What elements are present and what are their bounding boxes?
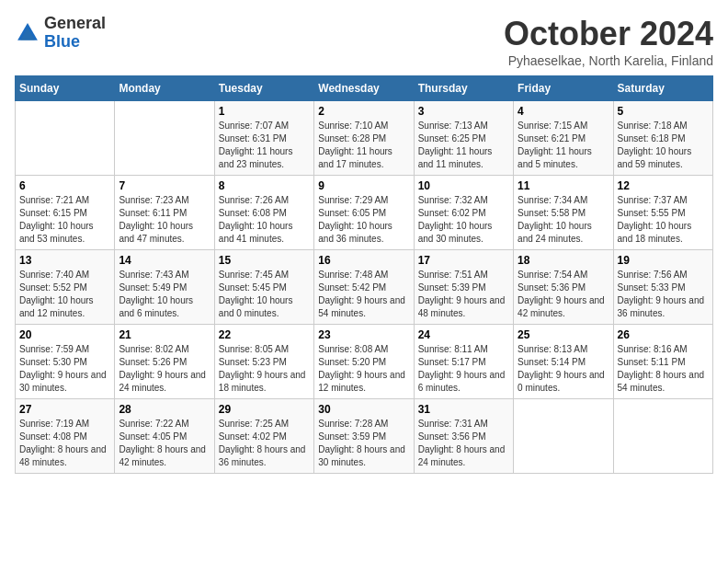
calendar-cell: 30Sunrise: 7:28 AM Sunset: 3:59 PM Dayli… [314,399,414,474]
calendar-cell: 2Sunrise: 7:10 AM Sunset: 6:28 PM Daylig… [314,101,414,176]
day-detail: Sunrise: 7:45 AM Sunset: 5:45 PM Dayligh… [219,269,310,320]
week-row: 27Sunrise: 7:19 AM Sunset: 4:08 PM Dayli… [16,399,713,474]
day-detail: Sunrise: 7:56 AM Sunset: 5:33 PM Dayligh… [618,269,709,320]
calendar-cell [613,399,712,474]
header-sunday: Sunday [16,76,115,101]
day-number: 22 [219,328,310,341]
day-detail: Sunrise: 8:08 AM Sunset: 5:20 PM Dayligh… [318,343,409,395]
calendar-cell: 15Sunrise: 7:45 AM Sunset: 5:45 PM Dayli… [214,250,313,325]
calendar-cell: 4Sunrise: 7:15 AM Sunset: 6:21 PM Daylig… [514,101,613,176]
day-detail: Sunrise: 7:19 AM Sunset: 4:08 PM Dayligh… [19,418,110,469]
calendar-table: SundayMondayTuesdayWednesdayThursdayFrid… [15,75,713,474]
day-number: 15 [219,254,310,267]
day-number: 28 [119,403,210,416]
day-detail: Sunrise: 7:21 AM Sunset: 6:15 PM Dayligh… [19,194,110,246]
day-detail: Sunrise: 7:34 AM Sunset: 5:58 PM Dayligh… [518,194,609,246]
calendar-cell: 28Sunrise: 7:22 AM Sunset: 4:05 PM Dayli… [115,399,214,474]
calendar-cell: 29Sunrise: 7:25 AM Sunset: 4:02 PM Dayli… [214,399,313,474]
day-detail: Sunrise: 7:25 AM Sunset: 4:02 PM Dayligh… [219,418,310,469]
day-number: 27 [19,403,110,416]
calendar-cell: 31Sunrise: 7:31 AM Sunset: 3:56 PM Dayli… [414,399,513,474]
day-number: 12 [618,179,709,192]
calendar-cell: 24Sunrise: 8:11 AM Sunset: 5:17 PM Dayli… [414,325,513,399]
calendar-body: 1Sunrise: 7:07 AM Sunset: 6:31 PM Daylig… [16,101,713,474]
calendar-cell: 11Sunrise: 7:34 AM Sunset: 5:58 PM Dayli… [514,176,613,250]
day-number: 8 [219,179,310,192]
day-number: 25 [518,328,609,341]
day-detail: Sunrise: 8:02 AM Sunset: 5:26 PM Dayligh… [119,343,210,395]
calendar-cell: 25Sunrise: 8:13 AM Sunset: 5:14 PM Dayli… [514,325,613,399]
title-location: Pyhaeselkae, North Karelia, Finland [504,53,713,68]
calendar-cell: 10Sunrise: 7:32 AM Sunset: 6:02 PM Dayli… [414,176,513,250]
calendar-cell: 21Sunrise: 8:02 AM Sunset: 5:26 PM Dayli… [115,325,214,399]
day-number: 26 [618,328,709,341]
day-detail: Sunrise: 7:51 AM Sunset: 5:39 PM Dayligh… [418,269,509,320]
header-monday: Monday [115,76,214,101]
calendar-cell: 1Sunrise: 7:07 AM Sunset: 6:31 PM Daylig… [214,101,313,176]
day-detail: Sunrise: 8:05 AM Sunset: 5:23 PM Dayligh… [219,343,310,395]
day-number: 5 [618,105,709,118]
logo: General Blue [15,15,106,52]
calendar-cell: 20Sunrise: 7:59 AM Sunset: 5:30 PM Dayli… [16,325,115,399]
header-thursday: Thursday [414,76,513,101]
header-row: SundayMondayTuesdayWednesdayThursdayFrid… [16,76,713,101]
calendar-cell: 18Sunrise: 7:54 AM Sunset: 5:36 PM Dayli… [514,250,613,325]
day-detail: Sunrise: 7:28 AM Sunset: 3:59 PM Dayligh… [318,418,409,469]
calendar-cell: 3Sunrise: 7:13 AM Sunset: 6:25 PM Daylig… [414,101,513,176]
day-number: 21 [119,328,210,341]
week-row: 1Sunrise: 7:07 AM Sunset: 6:31 PM Daylig… [16,101,713,176]
calendar-cell: 22Sunrise: 8:05 AM Sunset: 5:23 PM Dayli… [214,325,313,399]
day-number: 23 [318,328,409,341]
day-number: 14 [119,254,210,267]
day-detail: Sunrise: 7:29 AM Sunset: 6:05 PM Dayligh… [318,194,409,246]
header-friday: Friday [514,76,613,101]
day-detail: Sunrise: 7:37 AM Sunset: 5:55 PM Dayligh… [618,194,709,246]
calendar-cell: 9Sunrise: 7:29 AM Sunset: 6:05 PM Daylig… [314,176,414,250]
day-detail: Sunrise: 7:23 AM Sunset: 6:11 PM Dayligh… [119,194,210,246]
calendar-cell: 7Sunrise: 7:23 AM Sunset: 6:11 PM Daylig… [115,176,214,250]
day-number: 9 [318,179,409,192]
day-detail: Sunrise: 8:16 AM Sunset: 5:11 PM Dayligh… [618,343,709,395]
day-number: 18 [518,254,609,267]
calendar-header: SundayMondayTuesdayWednesdayThursdayFrid… [16,76,713,101]
day-number: 11 [518,179,609,192]
calendar-cell: 12Sunrise: 7:37 AM Sunset: 5:55 PM Dayli… [613,176,712,250]
day-number: 30 [318,403,409,416]
day-detail: Sunrise: 7:10 AM Sunset: 6:28 PM Dayligh… [318,120,409,171]
logo-text: General Blue [44,15,106,52]
calendar-cell: 27Sunrise: 7:19 AM Sunset: 4:08 PM Dayli… [16,399,115,474]
day-detail: Sunrise: 7:59 AM Sunset: 5:30 PM Dayligh… [19,343,110,395]
day-detail: Sunrise: 8:11 AM Sunset: 5:17 PM Dayligh… [418,343,509,395]
day-detail: Sunrise: 7:48 AM Sunset: 5:42 PM Dayligh… [318,269,409,320]
logo-general: General [44,15,106,33]
week-row: 13Sunrise: 7:40 AM Sunset: 5:52 PM Dayli… [16,250,713,325]
day-detail: Sunrise: 7:54 AM Sunset: 5:36 PM Dayligh… [518,269,609,320]
day-number: 19 [618,254,709,267]
day-number: 10 [418,179,509,192]
day-number: 4 [518,105,609,118]
day-number: 6 [19,179,110,192]
calendar-cell: 6Sunrise: 7:21 AM Sunset: 6:15 PM Daylig… [16,176,115,250]
page-header: General Blue October 2024 Pyhaeselkae, N… [15,15,713,68]
day-detail: Sunrise: 7:22 AM Sunset: 4:05 PM Dayligh… [119,418,210,469]
day-detail: Sunrise: 7:43 AM Sunset: 5:49 PM Dayligh… [119,269,210,320]
calendar-cell: 19Sunrise: 7:56 AM Sunset: 5:33 PM Dayli… [613,250,712,325]
header-tuesday: Tuesday [214,76,313,101]
day-number: 1 [219,105,310,118]
calendar-cell [115,101,214,176]
day-detail: Sunrise: 8:13 AM Sunset: 5:14 PM Dayligh… [518,343,609,395]
day-number: 31 [418,403,509,416]
day-number: 20 [19,328,110,341]
header-wednesday: Wednesday [314,76,414,101]
title-section: October 2024 Pyhaeselkae, North Karelia,… [504,15,713,68]
day-number: 17 [418,254,509,267]
logo-icon [15,20,40,46]
header-saturday: Saturday [613,76,712,101]
calendar-cell: 5Sunrise: 7:18 AM Sunset: 6:18 PM Daylig… [613,101,712,176]
calendar-cell: 14Sunrise: 7:43 AM Sunset: 5:49 PM Dayli… [115,250,214,325]
day-detail: Sunrise: 7:26 AM Sunset: 6:08 PM Dayligh… [219,194,310,246]
day-detail: Sunrise: 7:32 AM Sunset: 6:02 PM Dayligh… [418,194,509,246]
calendar-cell: 16Sunrise: 7:48 AM Sunset: 5:42 PM Dayli… [314,250,414,325]
day-detail: Sunrise: 7:31 AM Sunset: 3:56 PM Dayligh… [418,418,509,469]
calendar-cell: 8Sunrise: 7:26 AM Sunset: 6:08 PM Daylig… [214,176,313,250]
